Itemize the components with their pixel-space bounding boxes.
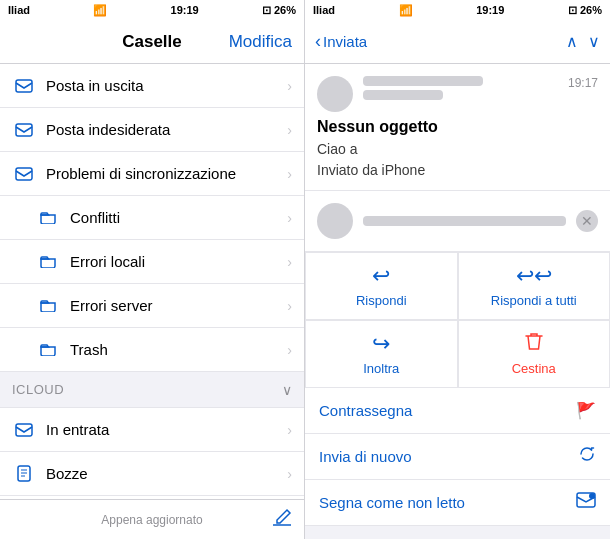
sender-email-placeholder xyxy=(363,90,443,100)
sender-avatar xyxy=(317,76,353,112)
email-preview: 19:17 Nessun oggetto Ciao a Inviato da i… xyxy=(305,64,610,191)
icloud-section-chevron: ∨ xyxy=(282,382,292,398)
delete-button[interactable]: Cestina xyxy=(458,320,611,388)
update-status: Appena aggiornato xyxy=(101,513,202,527)
segna-non-letto-label: Segna come non letto xyxy=(319,494,465,511)
chevron-conflitti: › xyxy=(287,210,292,226)
segna-non-letto-item[interactable]: Segna come non letto xyxy=(305,480,610,526)
wifi-icon-right: 📶 xyxy=(399,4,413,17)
chevron-problemi: › xyxy=(287,166,292,182)
folder-trash[interactable]: Trash › xyxy=(0,328,304,372)
doc-icon-bozze xyxy=(12,462,36,486)
mail-folder-list: Posta in uscita › Posta indesiderata › P… xyxy=(0,64,304,499)
folder-label-in-entrata: In entrata xyxy=(46,421,287,438)
reply-button[interactable]: ↩ Rispondi xyxy=(305,252,458,320)
envelope-icon-in-entrata xyxy=(12,418,36,442)
svg-point-7 xyxy=(589,493,595,499)
folder-errori-server[interactable]: Errori server › xyxy=(0,284,304,328)
second-avatar xyxy=(317,203,353,239)
sender-name-placeholder xyxy=(363,76,483,86)
reply-all-label: Rispondi a tutti xyxy=(491,293,577,308)
folder-icon-errori-server xyxy=(36,294,60,318)
icloud-section-header[interactable]: ICLOUD ∨ xyxy=(0,372,304,408)
folder-bozze[interactable]: Bozze › xyxy=(0,452,304,496)
sender-info xyxy=(363,76,558,100)
forward-button[interactable]: ↪ Inoltra xyxy=(305,320,458,388)
left-nav-title: Caselle xyxy=(122,32,182,52)
forward-icon: ↪ xyxy=(372,331,390,357)
folder-label-errori-locali: Errori locali xyxy=(70,253,287,270)
chevron-errori-locali: › xyxy=(287,254,292,270)
folder-icon-trash xyxy=(36,338,60,362)
invia-nuovo-item[interactable]: Invia di nuovo xyxy=(305,434,610,480)
reply-icon: ↩ xyxy=(372,263,390,289)
unread-icon xyxy=(576,492,596,512)
contrassegna-item[interactable]: Contrassegna 🚩 xyxy=(305,388,610,434)
folder-label-bozze: Bozze xyxy=(46,465,287,482)
folder-icon-errori-locali xyxy=(36,250,60,274)
right-nav-row: ‹ Inviata ∧ ∨ xyxy=(305,20,610,64)
folder-errori-locali[interactable]: Errori locali › xyxy=(0,240,304,284)
contrassegna-label: Contrassegna xyxy=(319,402,412,419)
folder-label-errori-server: Errori server xyxy=(70,297,287,314)
folder-label-posta-uscita: Posta in uscita xyxy=(46,77,287,94)
up-arrow-button[interactable]: ∧ xyxy=(566,32,578,51)
right-panel: Iliad 📶 19:19 ⊡ 26% ‹ Inviata ∧ ∨ 19:17 … xyxy=(305,0,610,539)
folder-posta-indesiderata[interactable]: Posta indesiderata › xyxy=(0,108,304,152)
folder-in-entrata[interactable]: In entrata › xyxy=(0,408,304,452)
wifi-icon-left: 📶 xyxy=(93,4,107,17)
folder-label-trash: Trash xyxy=(70,341,287,358)
folder-icon-conflitti xyxy=(36,206,60,230)
status-bar-left: Iliad 📶 19:19 ⊡ 26% xyxy=(0,0,304,20)
icloud-section-label: ICLOUD xyxy=(12,382,64,397)
svg-rect-1 xyxy=(16,124,32,136)
back-chevron-icon: ‹ xyxy=(315,31,321,52)
svg-rect-0 xyxy=(16,80,32,92)
chevron-posta-indesiderata: › xyxy=(287,122,292,138)
email-subject: Nessun oggetto xyxy=(317,118,598,136)
folder-icon-posta-indesiderata xyxy=(12,118,36,142)
email-time: 19:17 xyxy=(568,76,598,90)
nav-arrows: ∧ ∨ xyxy=(566,32,600,51)
folder-icon-problemi-sincronizzazione xyxy=(12,162,36,186)
modifica-button[interactable]: Modifica xyxy=(229,32,292,52)
time-left: 19:19 xyxy=(171,4,199,16)
chevron-errori-server: › xyxy=(287,298,292,314)
folder-label-posta-indesiderata: Posta indesiderata xyxy=(46,121,287,138)
folder-label-problemi: Problemi di sincronizzazione xyxy=(46,165,287,182)
chevron-posta-uscita: › xyxy=(287,78,292,94)
status-bar-right: Iliad 📶 19:19 ⊡ 26% xyxy=(305,0,610,20)
left-panel: Iliad 📶 19:19 ⊡ 26% Caselle Modifica Pos… xyxy=(0,0,305,539)
close-button[interactable]: ✕ xyxy=(576,210,598,232)
chevron-trash: › xyxy=(287,342,292,358)
resend-icon xyxy=(578,445,596,467)
carrier-right: Iliad xyxy=(313,4,335,16)
folder-conflitti[interactable]: Conflitti › xyxy=(0,196,304,240)
compose-button[interactable] xyxy=(272,508,292,531)
folder-icon-posta-uscita xyxy=(12,74,36,98)
carrier-left: Iliad xyxy=(8,4,30,16)
chevron-bozze: › xyxy=(287,466,292,482)
reply-all-button[interactable]: ↩↩ Rispondi a tutti xyxy=(458,252,611,320)
folder-posta-uscita[interactable]: Posta in uscita › xyxy=(0,64,304,108)
battery-status-right: ⊡ 26% xyxy=(568,4,602,17)
battery-status-left: ⊡ 26% xyxy=(262,4,296,17)
back-button[interactable]: ‹ Inviata xyxy=(315,31,367,52)
flag-icon: 🚩 xyxy=(576,401,596,420)
folder-problemi-sincronizzazione[interactable]: Problemi di sincronizzazione › xyxy=(0,152,304,196)
action-grid: ↩ Rispondi ↩↩ Rispondi a tutti ↪ Inoltra… xyxy=(305,252,610,388)
down-arrow-button[interactable]: ∨ xyxy=(588,32,600,51)
left-bottom-bar: Appena aggiornato xyxy=(0,499,304,539)
folder-label-conflitti: Conflitti xyxy=(70,209,287,226)
chevron-in-entrata: › xyxy=(287,422,292,438)
email-body-2: Inviato da iPhone xyxy=(317,162,598,178)
back-label: Inviata xyxy=(323,33,367,50)
svg-rect-2 xyxy=(16,168,32,180)
left-nav-header: Caselle Modifica xyxy=(0,20,304,64)
svg-rect-3 xyxy=(16,424,32,436)
forward-label: Inoltra xyxy=(363,361,399,376)
second-email-card: ✕ xyxy=(305,191,610,252)
delete-label: Cestina xyxy=(512,361,556,376)
reply-label: Rispondi xyxy=(356,293,407,308)
invia-nuovo-label: Invia di nuovo xyxy=(319,448,412,465)
